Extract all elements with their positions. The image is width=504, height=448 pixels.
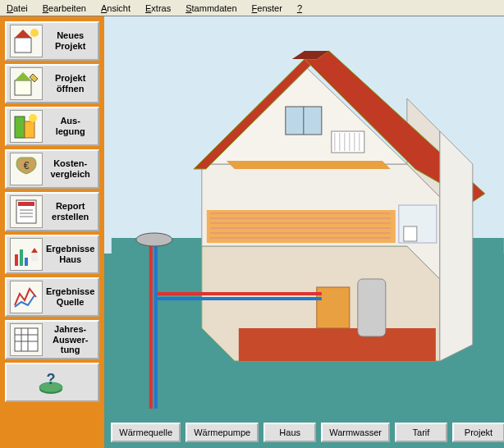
sidebar: Neues Projekt Projekt öffnen Aus- legung…	[0, 16, 104, 448]
svg-rect-36	[158, 297, 322, 300]
design-icon	[10, 110, 43, 143]
bottom-toolbar: Wärmequelle Wärmepumpe Haus Warmwasser T…	[104, 417, 504, 448]
svg-rect-14	[15, 254, 18, 266]
svg-rect-32	[239, 328, 436, 361]
svg-marker-63	[440, 131, 473, 361]
results-source-icon	[10, 281, 43, 313]
tool-label: Projekt öffnen	[46, 73, 94, 94]
menubar: Datei Bearbeiten Ansicht Extras Stammdat…	[0, 0, 504, 16]
open-project-button[interactable]: Projekt öffnen	[5, 64, 99, 103]
btn-waermequelle[interactable]: Wärmequelle	[111, 423, 181, 442]
svg-marker-4	[15, 72, 31, 80]
btn-projekt[interactable]: Projekt	[452, 423, 504, 442]
design-button[interactable]: Aus- legung	[5, 107, 99, 146]
svg-text:€: €	[24, 160, 30, 171]
help-icon: ?	[34, 366, 67, 399]
menu-ansicht[interactable]: Ansicht	[98, 2, 134, 14]
new-project-icon	[10, 25, 43, 57]
tool-label: Neues Projekt	[46, 30, 94, 51]
main-canvas-area: Wärmequelle Wärmepumpe Haus Warmwasser T…	[104, 16, 504, 448]
tool-label: Aus- legung	[46, 116, 94, 136]
results-house-button[interactable]: Ergebnisse Haus	[5, 235, 99, 274]
menu-extras[interactable]: Extras	[142, 2, 174, 14]
menu-fenster[interactable]: Fenster	[249, 2, 286, 14]
tool-label: Ergebnisse Haus	[46, 244, 94, 264]
house-illustration	[104, 16, 504, 417]
svg-point-7	[29, 114, 37, 122]
cost-compare-button[interactable]: € Kosten- vergleich	[5, 149, 99, 189]
svg-point-30	[136, 233, 172, 246]
svg-rect-34	[358, 279, 386, 336]
svg-rect-19	[15, 328, 38, 351]
new-project-button[interactable]: Neues Projekt	[5, 21, 99, 61]
svg-rect-28	[149, 245, 153, 409]
tool-label: Ergebnisse Quelle	[46, 286, 94, 307]
annual-eval-button[interactable]: Jahres- Auswer- tung	[5, 320, 99, 359]
svg-marker-17	[31, 248, 38, 253]
svg-rect-46	[404, 226, 417, 241]
svg-point-2	[30, 29, 39, 37]
menu-bearbeiten[interactable]: Bearbeiten	[39, 2, 89, 14]
report-button[interactable]: Report erstellen	[5, 192, 99, 231]
open-project-icon	[10, 67, 43, 100]
results-source-button[interactable]: Ergebnisse Quelle	[5, 277, 99, 317]
cost-compare-icon: €	[10, 153, 43, 185]
menu-help[interactable]: ?	[294, 2, 305, 14]
tool-label: Report erstellen	[46, 201, 94, 222]
svg-text:?: ?	[46, 371, 55, 387]
svg-marker-1	[15, 30, 31, 38]
svg-rect-15	[20, 249, 23, 266]
svg-rect-5	[15, 117, 25, 138]
results-house-icon	[10, 238, 43, 271]
tool-label: Kosten- vergleich	[46, 158, 94, 179]
svg-rect-16	[25, 258, 28, 266]
svg-rect-35	[158, 292, 322, 295]
svg-rect-6	[25, 121, 34, 138]
svg-rect-18	[31, 253, 38, 261]
svg-rect-3	[15, 80, 31, 95]
svg-rect-0	[15, 38, 31, 53]
help-money-button[interactable]: ?	[5, 363, 99, 402]
btn-waermepumpe[interactable]: Wärmepumpe	[186, 423, 259, 442]
report-icon	[10, 195, 43, 228]
btn-haus[interactable]: Haus	[263, 423, 316, 442]
btn-tarif[interactable]: Tarif	[395, 423, 447, 442]
menu-stammdaten[interactable]: Stammdaten	[182, 2, 240, 14]
svg-marker-49	[227, 161, 391, 169]
svg-rect-10	[18, 202, 34, 206]
svg-rect-29	[154, 245, 158, 409]
btn-warmwasser[interactable]: Warmwasser	[321, 423, 390, 442]
tool-label: Jahres- Auswer- tung	[46, 324, 94, 355]
menu-datei[interactable]: Datei	[3, 2, 31, 14]
annual-eval-icon	[10, 323, 43, 356]
